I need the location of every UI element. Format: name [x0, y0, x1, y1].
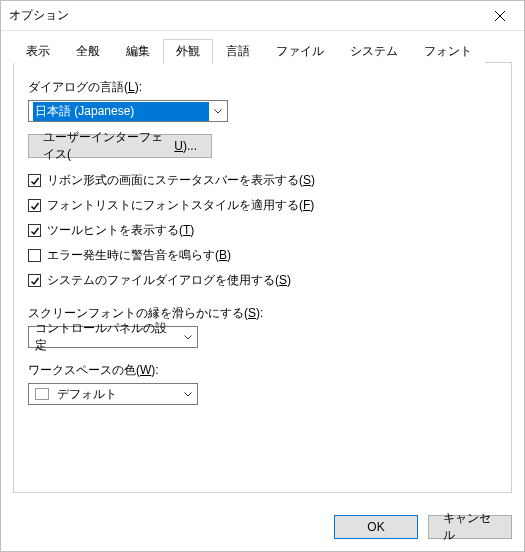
screen-font-smooth-select[interactable]: コントロールパネルの設定 — [28, 326, 198, 348]
chevron-down-icon — [179, 335, 197, 340]
tab-edit[interactable]: 編集 — [113, 39, 163, 63]
check-error-beep-label: エラー発生時に警告音を鳴らす(B) — [47, 247, 231, 264]
check-system-file-dialog-label: システムのファイルダイアログを使用する(S) — [47, 272, 291, 289]
tab-strip: 表示 全般 編集 外観 言語 ファイル システム フォント — [13, 39, 512, 63]
dialog-language-select[interactable]: 日本語 (Japanese) — [28, 100, 228, 122]
check-ribbon-status[interactable]: リボン形式の画面にステータスバーを表示する(S) — [28, 172, 497, 189]
tab-display[interactable]: 表示 — [13, 39, 63, 63]
tab-system[interactable]: システム — [337, 39, 411, 63]
checkbox-icon — [28, 224, 41, 237]
check-system-file-dialog[interactable]: システムのファイルダイアログを使用する(S) — [28, 272, 497, 289]
chevron-down-icon — [179, 392, 197, 397]
chevron-down-icon — [209, 109, 227, 114]
check-fontlist-style-label: フォントリストにフォントスタイルを適用する(F) — [47, 197, 314, 214]
check-fontlist-style[interactable]: フォントリストにフォントスタイルを適用する(F) — [28, 197, 497, 214]
close-icon — [495, 11, 505, 21]
tab-file[interactable]: ファイル — [263, 39, 337, 63]
color-swatch-icon — [35, 388, 49, 400]
tab-panel-appearance: ダイアログの言語(L): 日本語 (Japanese) ユーザーインターフェイス… — [13, 63, 512, 493]
dialog-language-label: ダイアログの言語(L): — [28, 79, 497, 96]
tab-general[interactable]: 全般 — [63, 39, 113, 63]
checkbox-icon — [28, 249, 41, 262]
tab-language[interactable]: 言語 — [213, 39, 263, 63]
titlebar: オプション — [1, 1, 524, 31]
close-button[interactable] — [478, 2, 522, 30]
cancel-button[interactable]: キャンセル — [428, 515, 512, 539]
check-tooltips[interactable]: ツールヒントを表示する(T) — [28, 222, 497, 239]
checkbox-icon — [28, 274, 41, 287]
checkbox-icon — [28, 174, 41, 187]
workspace-color-select[interactable]: デフォルト — [28, 383, 198, 405]
workspace-color-value: デフォルト — [55, 385, 179, 404]
content-area: 表示 全般 編集 外観 言語 ファイル システム フォント ダイアログの言語(L… — [1, 31, 524, 505]
dialog-footer: OK キャンセル — [1, 505, 524, 551]
check-ribbon-status-label: リボン形式の画面にステータスバーを表示する(S) — [47, 172, 315, 189]
tab-appearance[interactable]: 外観 — [163, 39, 213, 64]
checkbox-icon — [28, 199, 41, 212]
screen-font-smooth-value: コントロールパネルの設定 — [33, 319, 179, 355]
workspace-color-label: ワークスペースの色(W): — [28, 362, 497, 379]
ok-button[interactable]: OK — [334, 515, 418, 539]
user-interface-button[interactable]: ユーザーインターフェイス(U)... — [28, 134, 212, 158]
check-tooltips-label: ツールヒントを表示する(T) — [47, 222, 194, 239]
check-error-beep[interactable]: エラー発生時に警告音を鳴らす(B) — [28, 247, 497, 264]
window-title: オプション — [9, 7, 478, 24]
tab-font[interactable]: フォント — [411, 39, 485, 63]
dialog-language-value: 日本語 (Japanese) — [33, 102, 209, 121]
